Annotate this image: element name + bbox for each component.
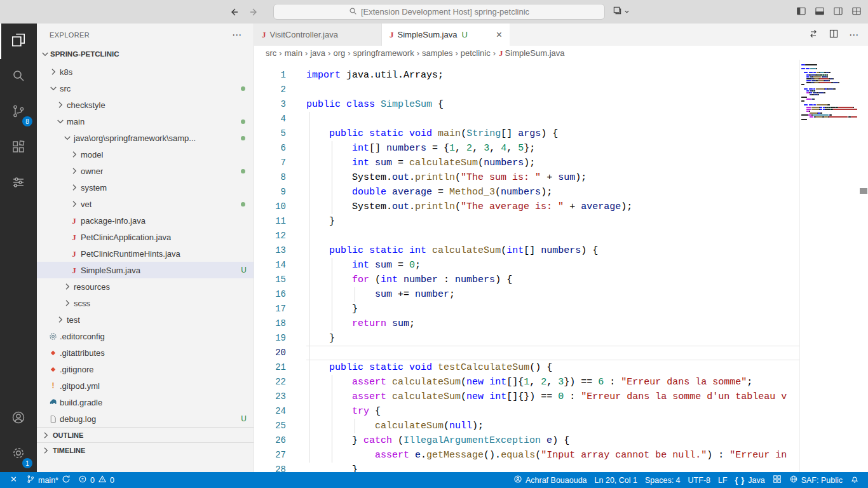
breadcrumb-item[interactable]: src <box>266 48 276 58</box>
tree-item-java-org-springframework-samp-[interactable]: java\org\springframework\samp... <box>37 130 254 146</box>
code-line-28[interactable]: 28 } <box>254 463 799 472</box>
tree-item-resources[interactable]: resources <box>37 278 254 295</box>
code-line-23[interactable]: 23 assert calculateSum(new int[]{}) == 0… <box>254 390 799 404</box>
tree-item-debug-log[interactable]: debug.logU <box>37 410 254 427</box>
breadcrumb-item[interactable]: samples <box>422 48 452 58</box>
code-line-5[interactable]: 5 public static void main(String[] args)… <box>254 126 799 141</box>
tree-root-spring-petclinic[interactable]: SPRING-PETCLINIC <box>37 46 254 62</box>
breadcrumb-item[interactable]: org <box>333 48 345 58</box>
code-line-22[interactable]: 22 assert calculateSum(new int[]{1, 2, 3… <box>254 375 799 390</box>
code-line-25[interactable]: 25 calculateSum(null); <box>254 419 799 433</box>
more-actions-icon[interactable]: ⋯ <box>849 29 859 41</box>
toggle-panel-icon[interactable] <box>815 6 825 18</box>
tree-item--gitattributes[interactable]: .gitattributes <box>37 344 254 361</box>
code-line-26[interactable]: 26 } catch (IllegalArgumentException e) … <box>254 433 799 448</box>
language-mode-item[interactable]: { } Java <box>731 472 769 488</box>
tree-item-owner[interactable]: owner <box>37 163 254 179</box>
code-line-13[interactable]: 13 public static int calculateSum(int[] … <box>254 243 799 258</box>
encoding-item[interactable]: UTF-8 <box>684 472 714 488</box>
tree-item--gitignore[interactable]: .gitignore <box>37 361 254 377</box>
minimap[interactable] <box>799 60 859 472</box>
code-line-4[interactable]: 4 <box>254 112 799 126</box>
close-icon[interactable]: × <box>496 30 502 40</box>
code-line-6[interactable]: 6 int[] numbers = {1, 2, 3, 4, 5}; <box>254 141 799 156</box>
explorer-activity-item[interactable] <box>0 24 37 59</box>
search-activity-item[interactable] <box>0 59 37 95</box>
tab-simplesum-java[interactable]: J SimpleSum.java U × <box>382 24 510 46</box>
breadcrumb-item[interactable]: java <box>310 48 325 58</box>
source-control-activity-item[interactable]: 8 <box>0 95 37 130</box>
code-line-11[interactable]: 11 } <box>254 214 799 229</box>
code-line-24[interactable]: 24 try { <box>254 404 799 419</box>
breadcrumb-item[interactable]: petclinic <box>461 48 491 58</box>
eol-item[interactable]: LF <box>714 472 731 488</box>
tune-activity-item[interactable] <box>0 166 37 201</box>
git-status-badge: U <box>241 266 247 274</box>
tree-item--gitpod-yml[interactable]: !.gitpod.yml <box>37 377 254 394</box>
tree-item-src[interactable]: src <box>37 80 254 97</box>
tree-item-simplesum-java[interactable]: JSimpleSum.javaU <box>37 262 254 278</box>
remote-indicator[interactable] <box>5 472 22 488</box>
code-line-16[interactable]: 16 sum += number; <box>254 287 799 302</box>
open-changes-icon[interactable] <box>808 29 818 41</box>
tab-visitcontroller-java[interactable]: J VisitController.java <box>254 24 382 46</box>
tree-item-main[interactable]: main <box>37 113 254 130</box>
code-line-19[interactable]: 19 } <box>254 331 799 346</box>
code-line-3[interactable]: 3public class SimpleSum { <box>254 97 799 112</box>
tree-item-vet[interactable]: vet <box>37 196 254 212</box>
code-line-20[interactable]: 20 <box>254 346 799 360</box>
scrollbar[interactable] <box>859 60 868 472</box>
split-editor-icon[interactable] <box>829 29 839 41</box>
code-line-1[interactable]: 1import java.util.Arrays; <box>254 68 799 83</box>
tree-item-test[interactable]: test <box>37 311 254 328</box>
code-line-2[interactable]: 2 <box>254 83 799 97</box>
accounts-activity-item[interactable] <box>0 401 37 437</box>
tree-item-checkstyle[interactable]: checkstyle <box>37 97 254 113</box>
code-line-17[interactable]: 17 } <box>254 302 799 316</box>
code-line-21[interactable]: 21 public static void testCalculateSum()… <box>254 360 799 375</box>
customize-layout-icon[interactable] <box>851 6 862 18</box>
toggle-sidebar-icon[interactable] <box>796 6 806 18</box>
breadcrumb-item[interactable]: springframework <box>353 48 414 58</box>
cursor-position-item[interactable]: Ln 20, Col 1 <box>591 472 641 488</box>
forward-arrow-icon[interactable] <box>249 7 259 17</box>
extensions-activity-item[interactable] <box>0 130 37 166</box>
tree-item-package-info-java[interactable]: Jpackage-info.java <box>37 212 254 229</box>
code-line-12[interactable]: 12 <box>254 229 799 243</box>
back-arrow-icon[interactable] <box>229 7 239 17</box>
outline-section-header[interactable]: OUTLINE <box>37 427 254 442</box>
tree-item-petclinicruntimehints-java[interactable]: JPetClinicRuntimeHints.java <box>37 245 254 262</box>
code-line-9[interactable]: 9 double average = Method_3(numbers); <box>254 185 799 200</box>
tree-item-k8s[interactable]: k8s <box>37 64 254 80</box>
toggle-secondary-sidebar-icon[interactable] <box>833 6 843 18</box>
tree-item-system[interactable]: system <box>37 179 254 196</box>
timeline-section-header[interactable]: TIMELINE <box>37 442 254 458</box>
indentation-item[interactable]: Spaces: 4 <box>641 472 684 488</box>
timeline-section-label: TIMELINE <box>53 447 85 454</box>
breadcrumb-item[interactable]: main <box>285 48 302 58</box>
tree-item-petclinicapplication-java[interactable]: JPetClinicApplication.java <box>37 229 254 245</box>
window-split-dropdown[interactable] <box>613 6 630 18</box>
tree-item-scss[interactable]: scss <box>37 295 254 311</box>
more-actions-icon[interactable]: ⋯ <box>232 29 242 41</box>
code-line-8[interactable]: 8 System.out.println("The sum is: " + su… <box>254 170 799 185</box>
tree-item-model[interactable]: model <box>37 146 254 163</box>
code-line-7[interactable]: 7 int sum = calculateSum(numbers); <box>254 156 799 170</box>
code-line-10[interactable]: 10 System.out.println("The average is: "… <box>254 200 799 214</box>
privacy-status-item[interactable]: SAF: Public <box>785 472 846 488</box>
notifications-item[interactable] <box>846 472 863 488</box>
tree-item--editorconfig[interactable]: .editorconfig <box>37 328 254 344</box>
grid-status-item[interactable] <box>769 472 785 488</box>
breadcrumb-item[interactable]: SimpleSum.java <box>505 48 565 58</box>
settings-activity-item[interactable]: 1 <box>0 437 37 472</box>
tree-item-build-gradle[interactable]: build.gradle <box>37 394 254 410</box>
extensions-icon <box>11 139 26 157</box>
problems-indicator[interactable]: 0 0 <box>74 472 118 488</box>
code-line-18[interactable]: 18 return sum; <box>254 316 799 331</box>
code-line-14[interactable]: 14 int sum = 0; <box>254 258 799 273</box>
command-center-search[interactable]: [Extension Development Host] spring-petc… <box>273 4 605 20</box>
branch-indicator[interactable]: main* <box>22 472 74 488</box>
code-line-27[interactable]: 27 assert e.getMessage().equals("Input a… <box>254 448 799 463</box>
code-line-15[interactable]: 15 for (int number : numbers) { <box>254 273 799 287</box>
account-status-item[interactable]: Achraf Bouaouda <box>510 472 591 488</box>
